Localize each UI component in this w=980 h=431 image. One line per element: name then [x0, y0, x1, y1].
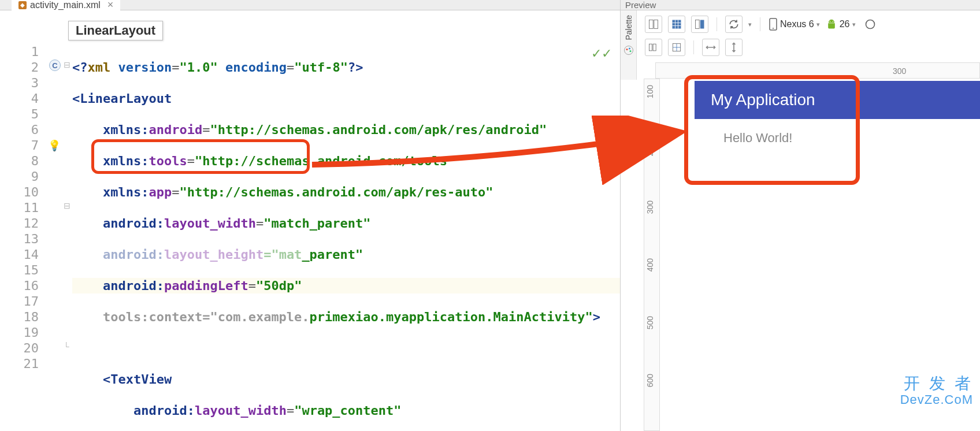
- gutter-icon-column: C 💡: [49, 44, 64, 431]
- fold-column: ⊟ ⊟ └: [64, 44, 72, 431]
- svg-rect-4: [649, 20, 654, 29]
- svg-rect-6: [673, 20, 681, 29]
- android-icon: [826, 18, 837, 30]
- app-bar: My Application: [695, 81, 980, 119]
- svg-rect-15: [653, 44, 656, 51]
- ruler-horizontal: 300: [655, 62, 980, 79]
- fold-toggle-icon[interactable]: ⊟: [64, 201, 70, 210]
- ruler-vertical: 100200300400500600: [644, 79, 660, 431]
- svg-rect-14: [649, 44, 652, 51]
- watermark: 开 发 者 DevZe.CoM: [900, 375, 973, 407]
- line-number-gutter: 123 456 789 101112 131415 161718 192021: [0, 44, 49, 431]
- fold-end-icon: └: [64, 342, 69, 351]
- api-selector[interactable]: 26▾: [826, 18, 856, 30]
- phone-icon: [769, 18, 778, 31]
- svg-point-11: [829, 21, 830, 22]
- svg-point-0: [624, 46, 633, 54]
- textview-hello: Hello World!: [723, 131, 792, 145]
- svg-point-13: [866, 20, 874, 29]
- dropdown-icon[interactable]: ▾: [748, 21, 752, 28]
- orientation-icon[interactable]: [725, 16, 743, 33]
- file-tab[interactable]: ◆ activity_main.xml ×: [12, 0, 120, 10]
- svg-rect-5: [654, 20, 658, 29]
- breadcrumb[interactable]: LinearLayout: [68, 21, 163, 40]
- both-surfaces-icon[interactable]: [691, 16, 708, 33]
- preview-pane: Preview Palette ▾ Nexus 6▾ 26▾: [620, 0, 980, 431]
- palette-label: Palette: [624, 15, 633, 40]
- tab-filename: activity_main.xml: [30, 0, 101, 10]
- code-text-area[interactable]: <?xml version="1.0" encoding="utf-8"?> <…: [72, 44, 620, 431]
- pan-vertical-icon[interactable]: [725, 39, 743, 56]
- blueprint-icon[interactable]: [668, 16, 685, 33]
- zoom-fit-icon[interactable]: [668, 39, 685, 56]
- device-selector[interactable]: Nexus 6▾: [769, 18, 820, 31]
- svg-point-3: [629, 50, 631, 52]
- class-gutter-icon[interactable]: C: [49, 60, 61, 71]
- svg-point-1: [626, 49, 628, 50]
- editor-tab-bar: ◆ activity_main.xml ×: [0, 0, 620, 10]
- svg-point-10: [773, 28, 774, 29]
- preview-toolbar-row1: ▾ Nexus 6▾ 26▾: [643, 13, 879, 36]
- viewport-mode-icon[interactable]: [645, 39, 662, 56]
- svg-rect-7: [696, 20, 700, 29]
- design-surface-icon[interactable]: [645, 16, 662, 33]
- device-canvas[interactable]: My Application Hello World!: [695, 81, 980, 370]
- code-editor-pane: ◆ activity_main.xml × LinearLayout ✓✓ 12…: [0, 0, 620, 431]
- palette-strip[interactable]: Palette: [621, 10, 637, 80]
- close-icon[interactable]: ×: [107, 0, 114, 11]
- preview-header: Preview: [621, 0, 980, 10]
- preview-toolbar-row2: [643, 36, 743, 59]
- pan-horizontal-icon[interactable]: [702, 39, 719, 56]
- intention-bulb-icon[interactable]: 💡: [48, 139, 61, 152]
- palette-icon: [623, 45, 634, 55]
- svg-rect-8: [700, 20, 704, 29]
- app-body: Hello World!: [695, 119, 980, 146]
- svg-point-12: [832, 21, 833, 22]
- xml-file-icon: ◆: [18, 1, 27, 9]
- theme-icon[interactable]: [862, 16, 879, 33]
- fold-toggle-icon[interactable]: ⊟: [64, 60, 70, 69]
- svg-point-2: [629, 47, 630, 49]
